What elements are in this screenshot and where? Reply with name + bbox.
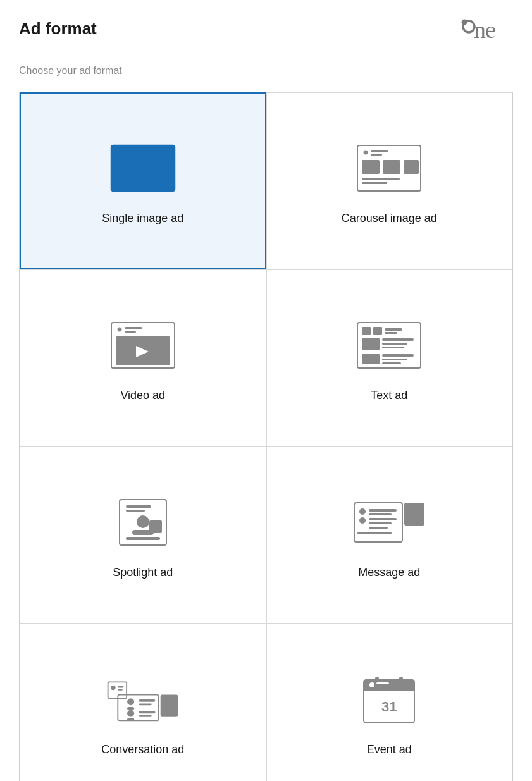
svg-rect-61 [139, 703, 151, 705]
ad-format-grid: Single image ad [19, 92, 513, 781]
text-ad-icon [351, 317, 427, 374]
brand-logo: ne [456, 19, 513, 60]
svg-rect-31 [382, 347, 404, 348]
svg-text:ne: ne [474, 19, 495, 43]
message-ad-icon [351, 494, 427, 551]
svg-rect-26 [385, 328, 402, 331]
svg-rect-52 [404, 503, 424, 526]
svg-text:31: 31 [381, 699, 397, 715]
svg-rect-28 [362, 338, 380, 350]
svg-rect-55 [118, 686, 123, 687]
svg-rect-15 [362, 178, 400, 180]
spotlight-ad-label: Spotlight ad [113, 566, 173, 579]
svg-rect-47 [369, 513, 392, 515]
svg-rect-69 [364, 687, 414, 691]
svg-rect-29 [382, 338, 414, 341]
svg-rect-38 [126, 510, 145, 512]
svg-rect-59 [127, 707, 134, 710]
svg-point-72 [369, 682, 374, 687]
svg-rect-48 [369, 518, 397, 520]
event-ad-icon: 31 [351, 671, 427, 728]
single-image-ad-icon [105, 140, 181, 197]
svg-rect-13 [383, 160, 400, 174]
svg-rect-24 [362, 327, 371, 335]
text-ad-option[interactable]: Text ad [266, 269, 513, 446]
svg-rect-7 [116, 160, 170, 187]
svg-rect-27 [385, 332, 397, 334]
message-ad-label: Message ad [358, 566, 420, 579]
video-ad-label: Video ad [120, 389, 165, 402]
conversation-ad-label: Conversation ad [101, 743, 184, 756]
svg-rect-41 [126, 537, 160, 540]
svg-rect-10 [371, 150, 388, 152]
event-ad-option[interactable]: 31 Event ad [266, 624, 513, 781]
svg-point-39 [137, 515, 149, 528]
svg-point-9 [364, 150, 368, 154]
svg-point-62 [127, 710, 134, 716]
event-ad-label: Event ad [367, 743, 412, 756]
svg-rect-34 [382, 359, 407, 360]
svg-point-4 [117, 150, 122, 155]
svg-rect-6 [125, 154, 137, 156]
svg-point-1 [462, 20, 467, 25]
svg-point-44 [359, 508, 366, 515]
text-ad-label: Text ad [371, 389, 407, 402]
subtitle: Choose your ad format [19, 65, 513, 77]
page-title: Ad format [19, 19, 97, 39]
carousel-image-ad-label: Carousel image ad [342, 212, 437, 225]
page-container: Ad format ne Choose your ad format [0, 0, 532, 781]
svg-rect-37 [126, 505, 151, 508]
svg-rect-11 [371, 154, 382, 156]
svg-rect-25 [373, 327, 382, 335]
svg-point-18 [117, 327, 121, 331]
svg-rect-20 [125, 331, 136, 333]
svg-rect-53 [108, 682, 127, 698]
single-image-ad-label: Single image ad [102, 212, 183, 225]
svg-rect-51 [357, 532, 392, 534]
svg-rect-42 [149, 520, 162, 533]
header: Ad format ne [19, 19, 513, 60]
single-image-ad-option[interactable]: Single image ad [20, 92, 266, 269]
svg-rect-12 [362, 160, 380, 174]
svg-rect-14 [404, 160, 419, 174]
spotlight-ad-option[interactable]: Spotlight ad [20, 446, 266, 624]
svg-rect-33 [382, 354, 414, 357]
svg-rect-73 [376, 682, 389, 684]
svg-rect-66 [160, 694, 178, 716]
svg-rect-16 [362, 182, 387, 184]
svg-rect-70 [375, 677, 379, 687]
svg-rect-56 [118, 689, 122, 690]
video-ad-option[interactable]: Video ad [20, 269, 266, 446]
svg-rect-65 [139, 715, 151, 716]
spotlight-ad-icon [105, 494, 181, 551]
svg-rect-32 [362, 354, 380, 364]
message-ad-option[interactable]: Message ad [266, 446, 513, 624]
svg-point-54 [111, 685, 115, 689]
carousel-image-ad-icon [351, 140, 427, 197]
svg-rect-64 [139, 711, 155, 713]
svg-rect-71 [399, 677, 403, 687]
svg-rect-19 [125, 327, 142, 329]
svg-rect-35 [382, 362, 401, 364]
svg-rect-30 [382, 343, 407, 345]
svg-rect-60 [139, 699, 155, 702]
svg-rect-5 [125, 150, 144, 152]
conversation-ad-option[interactable]: Conversation ad [20, 624, 266, 781]
svg-point-58 [127, 698, 134, 705]
svg-rect-46 [369, 509, 397, 512]
svg-rect-63 [127, 718, 134, 720]
svg-rect-50 [369, 527, 388, 529]
carousel-image-ad-option[interactable]: Carousel image ad [266, 92, 513, 269]
svg-rect-49 [369, 522, 392, 524]
video-ad-icon [105, 317, 181, 374]
conversation-ad-icon [105, 671, 181, 728]
svg-point-45 [359, 517, 366, 524]
